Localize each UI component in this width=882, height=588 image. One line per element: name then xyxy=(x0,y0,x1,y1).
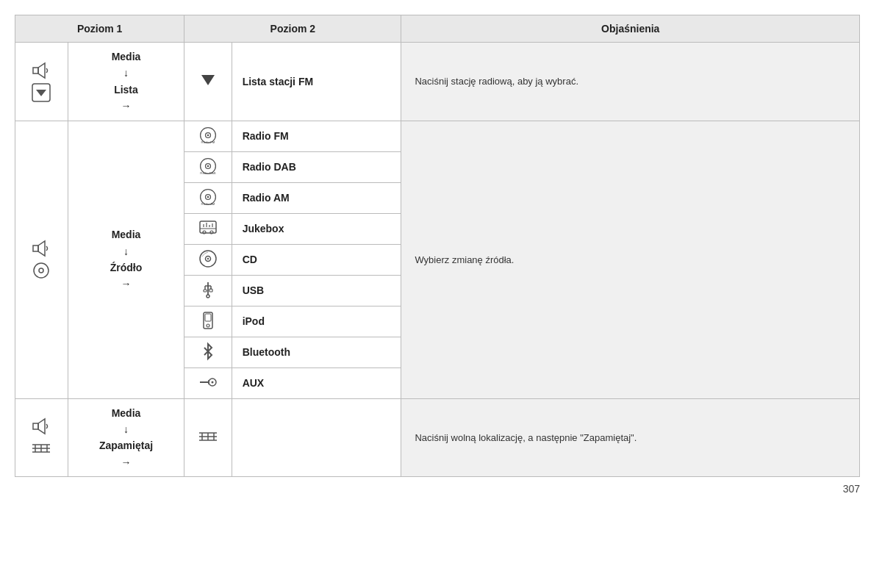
svg-point-6 xyxy=(34,263,49,278)
level1-text-source: Media ↓ Źródło → xyxy=(68,121,184,398)
explanation-zapamietaj: Naciśnij wolną lokalizację, a następnie … xyxy=(401,398,860,477)
level2-text-radio-am: Radio AM xyxy=(232,182,401,213)
ipod-icon xyxy=(198,311,218,330)
svg-point-39 xyxy=(207,324,209,327)
svg-rect-20 xyxy=(200,221,216,233)
header-explanation: Objaśnienia xyxy=(401,15,860,43)
level2-text-aux: AUX xyxy=(232,368,401,398)
svg-point-43 xyxy=(211,381,213,383)
explanation-source: Wybierz zmianę źródła. xyxy=(401,121,860,398)
presets-icon-cell xyxy=(198,427,218,446)
svg-rect-4 xyxy=(33,245,38,251)
level2-text-bluetooth: Bluetooth xyxy=(232,337,401,368)
svg-rect-35 xyxy=(204,290,207,292)
down-button-icon xyxy=(32,83,51,102)
svg-point-7 xyxy=(39,268,43,273)
level2-icon-jukebox xyxy=(184,213,232,244)
level2-icon-radio-am: Radio AM xyxy=(184,182,232,213)
usb-icon xyxy=(198,280,218,299)
svg-text:Radio AM: Radio AM xyxy=(201,202,215,206)
level2-icon-aux xyxy=(184,368,232,398)
level2-text-ipod: iPod xyxy=(232,306,401,337)
svg-marker-1 xyxy=(38,63,45,78)
circle-icon-source xyxy=(32,261,51,280)
table-row: Media ↓ Lista → Lista stacji FM Naciśnij… xyxy=(15,43,860,121)
table-row: Media ↓ Zapamiętaj → xyxy=(15,398,860,477)
level1-text-fm: Media ↓ Lista → xyxy=(68,43,184,121)
level2-text-cd: CD xyxy=(232,244,401,275)
svg-marker-3 xyxy=(36,90,46,96)
page-wrapper: Poziom 1 Poziom 2 Objaśnienia xyxy=(0,0,882,509)
svg-point-10 xyxy=(207,134,209,136)
level2-icon-zapamietaj xyxy=(184,398,232,477)
level2-icon-ipod xyxy=(184,306,232,337)
page-number: 307 xyxy=(15,477,860,495)
svg-marker-46 xyxy=(38,419,45,434)
svg-rect-45 xyxy=(33,423,38,429)
svg-text:Radio DAB: Radio DAB xyxy=(200,171,216,175)
level1-icons-fm xyxy=(15,43,68,121)
level1-icons-zapamietaj xyxy=(15,398,68,477)
svg-text:Radio FM: Radio FM xyxy=(201,140,215,144)
svg-rect-0 xyxy=(33,68,38,74)
level2-icon-bluetooth xyxy=(184,337,232,368)
level2-text-radio-dab: Radio DAB xyxy=(232,151,401,182)
level1-icons-source xyxy=(15,121,68,398)
level2-text-radio-fm: Radio FM xyxy=(232,121,401,151)
radio-am-icon: Radio AM xyxy=(198,187,218,207)
table-row: Media ↓ Źródło → Radio FM Radio FM xyxy=(15,121,860,151)
level2-text-zapamietaj xyxy=(232,398,401,477)
aux-icon xyxy=(198,373,218,392)
radio-dab-icon: Radio DAB xyxy=(198,157,218,176)
header-level1: Poziom 1 xyxy=(15,15,184,43)
level1-text-zapamietaj: Media ↓ Zapamiętaj → xyxy=(68,398,184,477)
speaker-icon xyxy=(32,61,51,80)
svg-point-14 xyxy=(207,165,209,167)
speaker-icon-zapamietaj xyxy=(32,417,51,436)
svg-point-37 xyxy=(207,295,209,298)
level2-icon-radio-fm: Radio FM xyxy=(184,121,232,151)
radio-fm-icon: Radio FM xyxy=(198,126,218,145)
svg-rect-40 xyxy=(205,314,211,321)
speaker-icon-source xyxy=(32,239,51,258)
level2-text-usb: USB xyxy=(232,275,401,306)
level2-icon-radio-dab: Radio DAB xyxy=(184,151,232,182)
presets-icon-zapamietaj xyxy=(32,439,51,458)
level2-text-fm-list: Lista stacji FM xyxy=(232,43,401,121)
level2-icon-fm-list xyxy=(184,43,232,121)
explanation-fm-list: Naciśnij stację radiową, aby ją wybrać. xyxy=(401,43,860,121)
svg-point-30 xyxy=(207,257,209,259)
main-table: Poziom 1 Poziom 2 Objaśnienia xyxy=(15,15,860,477)
svg-marker-5 xyxy=(38,241,45,256)
svg-point-18 xyxy=(207,196,209,198)
level2-text-jukebox: Jukebox xyxy=(232,213,401,244)
bluetooth-icon xyxy=(198,342,218,361)
level2-icon-usb xyxy=(184,275,232,306)
header-level2: Poziom 2 xyxy=(184,15,401,43)
level2-icon-cd xyxy=(184,244,232,275)
cd-icon xyxy=(198,249,218,268)
jukebox-icon xyxy=(198,218,218,237)
